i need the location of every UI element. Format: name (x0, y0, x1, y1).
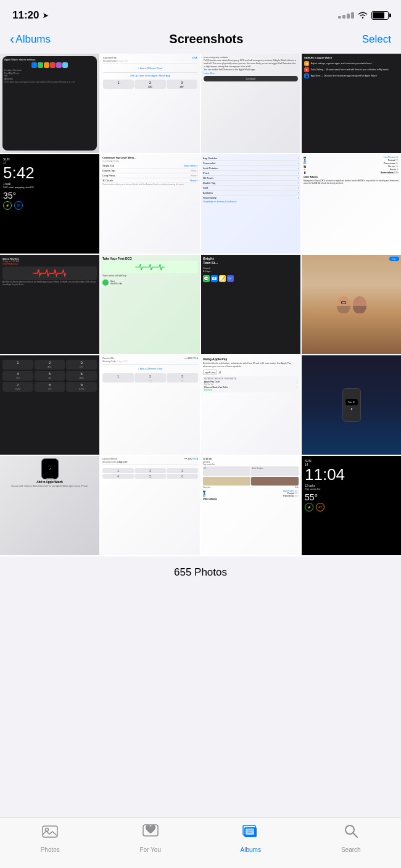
tab-albums[interactable]: Albums (200, 822, 301, 853)
photo-cell-20[interactable]: SUN 14 11:04 12 tasks Pay condo fee 55° … (302, 456, 401, 555)
photos-icon (41, 822, 59, 844)
photo-cell-8[interactable]: 📷Live Photos 61 › 👤Portrait 67 › 🖼Panora… (302, 154, 401, 254)
photo-cell-6[interactable]: Customize Top Level Menu... CUSTOM ACTIO… (101, 154, 200, 254)
svg-rect-6 (246, 829, 254, 835)
photo-grid: Apple Watch shares settings Location Ser… (0, 54, 401, 556)
navigation-header: ‹ Albums Screenshots Select (0, 27, 401, 54)
photo-cell-4[interactable]: SAMUEL's Apple Watch ⚙ Adjust settings, … (302, 54, 401, 153)
status-time: 11:20 ➤ (12, 9, 48, 22)
photo-cell-5[interactable]: SUN 17 5:42 1 task SLC: start prepping n… (0, 154, 99, 254)
photo-cell-3[interactable]: your emergency contacts. Fall Detection … (201, 54, 300, 153)
for-you-icon (142, 822, 159, 844)
count-label: 655 Photos (174, 566, 227, 578)
back-label: Albums (15, 33, 51, 46)
albums-tab-label: Albums (241, 846, 261, 853)
photo-cell-16[interactable]: Face ID ⬆ (302, 355, 401, 455)
cellular-signal (338, 12, 354, 19)
photo-cell-2[interactable]: Card on FileVISA Security Code 8-digit C… (101, 54, 200, 153)
page-title: Screenshots (169, 32, 243, 46)
photo-cell-17[interactable]: ✓ Add to Apple Watch You can add "Citize… (0, 456, 99, 555)
photo-cell-7[interactable]: App Switcher› Screenshot› Lock Rotation›… (201, 154, 300, 254)
albums-icon (242, 822, 259, 844)
photo-cell-18[interactable]: Card on iPhone•••• 8462 VISA Security Co… (101, 456, 200, 555)
photo-cell-12[interactable]: Top ↑ (302, 255, 401, 354)
wifi-icon (358, 10, 368, 20)
photo-cell-11[interactable]: BrightText Si... Sound& Hap... 💬 📧 📝 🐦 (201, 255, 300, 354)
photo-cell-1[interactable]: Apple Watch shares settings Location Ser… (0, 54, 99, 153)
svg-line-10 (353, 833, 357, 837)
back-button[interactable]: ‹ Albums (10, 33, 51, 46)
search-icon (342, 822, 360, 844)
tab-for-you[interactable]: For You (101, 822, 201, 853)
tab-search[interactable]: Search (301, 822, 402, 853)
status-icons (338, 10, 389, 20)
battery-icon (371, 11, 389, 20)
bottom-spacer (0, 589, 401, 650)
photos-tab-label: Photos (41, 846, 60, 853)
tab-bar: Photos For You Albums (0, 817, 401, 868)
tab-photos[interactable]: Photos (0, 822, 101, 853)
photo-cell-14[interactable]: Card on File•••• 8462 VISA Security Code… (101, 355, 200, 455)
location-icon: ➤ (43, 12, 48, 20)
search-tab-label: Search (341, 846, 361, 853)
svg-point-0 (362, 17, 363, 19)
photo-cell-10[interactable]: Take Your First ECG Tap to share with Ai… (101, 255, 200, 354)
photo-cell-9[interactable]: Sinus Rhythm Today at 7:00 AM 69 BPM Ave… (0, 255, 99, 354)
svg-rect-1 (43, 826, 57, 837)
time-display: 11:20 (12, 9, 39, 22)
photo-cell-13[interactable]: 1 2ABC 3DEF 4GHI 5JKL 6MNO 7PQRS 8TUV 9W… (0, 355, 99, 455)
photo-cell-15[interactable]: Using Apple Pay Double-click the side bu… (201, 355, 300, 455)
for-you-tab-label: For You (140, 846, 161, 853)
photo-cell-19[interactable]: 14 11:04 12 tasksPay condo fee 55° Drink… (201, 456, 300, 555)
select-button[interactable]: Select (362, 33, 391, 46)
status-bar: 11:20 ➤ (0, 0, 401, 27)
photo-count: 655 Photos (0, 556, 401, 589)
